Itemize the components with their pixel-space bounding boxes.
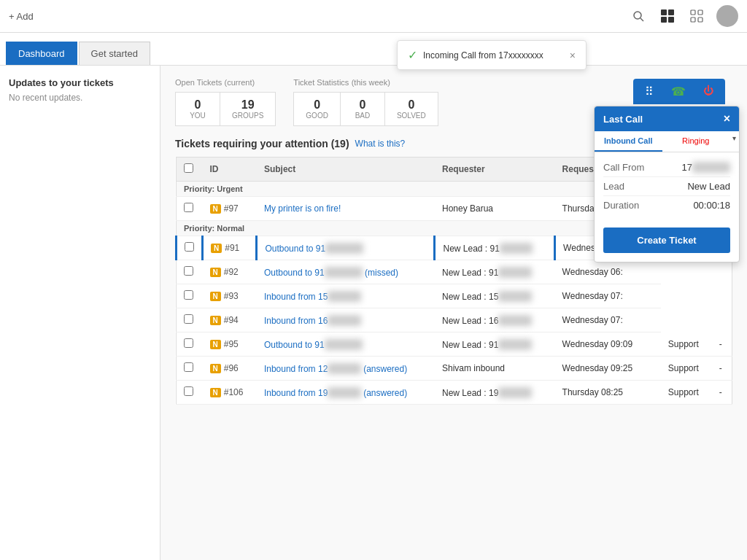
- tab-inbound-call[interactable]: Inbound Call: [595, 131, 662, 152]
- ticket-type: Support: [661, 357, 712, 381]
- table-row[interactable]: N#96 Inbound from 12xxxxxxx (answered) S…: [177, 357, 732, 381]
- svg-rect-5: [668, 17, 674, 23]
- ticket-subject[interactable]: Inbound from 19xxxxxxx (answered): [257, 381, 435, 405]
- sidebar-title: Updates to your tickets: [9, 77, 151, 88]
- ticket-type-label: -: [712, 381, 732, 405]
- last-call-header: Last Call ×: [595, 106, 739, 131]
- svg-rect-4: [661, 17, 667, 23]
- svg-rect-8: [691, 18, 695, 22]
- lc-row-lead: Lead New Lead: [603, 177, 730, 196]
- last-call-tabs: Inbound Call Ringing ▾: [595, 131, 739, 152]
- search-icon[interactable]: [629, 7, 648, 26]
- table-row[interactable]: N#106 Inbound from 19xxxxxxx (answered) …: [177, 381, 732, 405]
- ticket-subject[interactable]: Inbound from 15xxxxxxx: [257, 284, 435, 308]
- grid-icon[interactable]: [687, 7, 706, 26]
- ticket-subject[interactable]: Inbound from 16xxxxxxx: [257, 308, 435, 332]
- ticket-requester: Shivam inbound: [435, 357, 555, 381]
- ticket-subject[interactable]: Outbound to 91xxxxxxxx: [257, 332, 435, 357]
- ticket-type: Support: [661, 381, 712, 405]
- stat-good: 0 GOOD: [294, 93, 340, 125]
- incoming-call-notification: ✓ Incoming Call from 17xxxxxxxx ×: [397, 40, 587, 70]
- ticket-subject[interactable]: Inbound from 12xxxxxxx (answered): [257, 357, 435, 381]
- phone-icons-row: ⠿ ☎ ⏻: [633, 79, 725, 104]
- lc-row-call-from: Call From 17xxxxxxxx: [603, 158, 730, 177]
- tab-dropdown-arrow[interactable]: ▾: [729, 131, 739, 152]
- svg-rect-9: [698, 18, 703, 22]
- th-id: ID: [203, 158, 257, 182]
- duration-label: Duration: [603, 200, 639, 211]
- ticket-subject[interactable]: Outbound to 91xxxxxxxx (missed): [257, 260, 435, 284]
- open-tickets-group: Open Tickets (current) 0 YOU 19 GROUPS: [175, 77, 276, 126]
- ticket-id: N#91: [203, 236, 257, 260]
- row-checkbox[interactable]: [177, 332, 203, 357]
- ticket-requester: New Lead : 91xxxxxxx: [435, 332, 555, 357]
- ticket-requester: New Lead : 19xxxxxxx: [435, 381, 555, 405]
- notification-close-button[interactable]: ×: [570, 50, 576, 61]
- stat-solved: 0 SOLVED: [385, 93, 438, 125]
- ticket-statistics-group: Ticket Statistics (this week) 0 GOOD 0 B…: [293, 77, 438, 126]
- table-row[interactable]: N#92 Outbound to 91xxxxxxxx (missed) New…: [177, 260, 732, 284]
- what-this-link[interactable]: What is this?: [355, 139, 406, 149]
- row-checkbox[interactable]: [177, 308, 203, 332]
- row-checkbox[interactable]: [177, 236, 203, 260]
- svg-rect-3: [668, 9, 674, 15]
- end-call-button[interactable]: ⏻: [694, 80, 722, 103]
- table-row[interactable]: N#94 Inbound from 16xxxxxxx New Lead : 1…: [177, 308, 732, 332]
- ticket-subject[interactable]: Outbound to 91xxxxxxxx: [257, 236, 435, 260]
- th-requester: Requester: [435, 158, 555, 182]
- row-checkbox[interactable]: [177, 357, 203, 381]
- keypad-button[interactable]: ⠿: [636, 80, 662, 103]
- cube-icon[interactable]: [658, 7, 677, 26]
- tab-get-started[interactable]: Get started: [79, 42, 150, 65]
- call-from-label: Call From: [603, 162, 644, 173]
- svg-line-1: [640, 18, 643, 21]
- call-button[interactable]: ☎: [662, 80, 694, 103]
- tab-dashboard[interactable]: Dashboard: [6, 42, 77, 65]
- stat-groups: 19 GROUPS: [220, 93, 275, 125]
- row-checkbox[interactable]: [177, 197, 203, 221]
- last-call-panel: Last Call × Inbound Call Ringing ▾ Call …: [594, 106, 740, 262]
- th-checkbox: [177, 158, 203, 182]
- ticket-requester: New Lead : 15xxxxxxx: [435, 284, 555, 308]
- ticket-updated: Wednesday 09:25: [555, 357, 661, 381]
- ticket-id: N#94: [203, 308, 257, 332]
- call-from-value: 17xxxxxxxx: [682, 162, 730, 173]
- ticket-id: N#97: [203, 197, 257, 221]
- ticket-type-label: -: [712, 332, 732, 357]
- th-subject: Subject: [257, 158, 435, 182]
- ticket-updated: Thursday 08:25: [555, 381, 661, 405]
- duration-value: 00:00:18: [693, 200, 730, 211]
- ticket-requester: Honey Barua: [435, 197, 555, 221]
- last-call-body: Call From 17xxxxxxxx Lead New Lead Durat…: [595, 152, 739, 220]
- ticket-id: N#92: [203, 260, 257, 284]
- row-checkbox[interactable]: [177, 284, 203, 308]
- table-row[interactable]: N#95 Outbound to 91xxxxxxxx New Lead : 9…: [177, 332, 732, 357]
- lc-row-duration: Duration 00:00:18: [603, 196, 730, 214]
- topbar: + Add: [0, 0, 747, 33]
- ticket-subject[interactable]: My printer is on fire!: [257, 197, 435, 221]
- check-icon: ✓: [408, 48, 417, 62]
- ticket-statistics-boxes: 0 GOOD 0 BAD 0 SOLVED: [293, 92, 438, 126]
- ticket-requester: New Lead : 91xxxxxxx: [435, 236, 555, 260]
- create-ticket-button[interactable]: Create Ticket: [603, 228, 730, 253]
- svg-rect-7: [698, 10, 703, 15]
- stat-bad: 0 BAD: [341, 93, 384, 125]
- lead-label: Lead: [603, 181, 624, 192]
- ticket-id: N#106: [203, 381, 257, 405]
- row-checkbox[interactable]: [177, 381, 203, 405]
- svg-rect-2: [661, 9, 667, 15]
- select-all-checkbox[interactable]: [184, 163, 193, 173]
- tickets-header-title: Tickets requiring your attention (19): [175, 138, 349, 149]
- ticket-updated: Wednesday 07:: [555, 308, 661, 332]
- ticket-type: Support: [661, 332, 712, 357]
- tab-ringing[interactable]: Ringing: [662, 131, 730, 152]
- user-avatar[interactable]: [716, 5, 738, 27]
- table-row[interactable]: N#93 Inbound from 15xxxxxxx New Lead : 1…: [177, 284, 732, 308]
- row-checkbox[interactable]: [177, 260, 203, 284]
- last-call-close-button[interactable]: ×: [724, 112, 730, 125]
- add-button[interactable]: + Add: [9, 11, 34, 22]
- ticket-type-label: -: [712, 357, 732, 381]
- ticket-requester: New Lead : 16xxxxxxx: [435, 308, 555, 332]
- sidebar: Updates to your tickets No recent update…: [0, 66, 160, 560]
- ticket-updated: Wednesday 09:09: [555, 332, 661, 357]
